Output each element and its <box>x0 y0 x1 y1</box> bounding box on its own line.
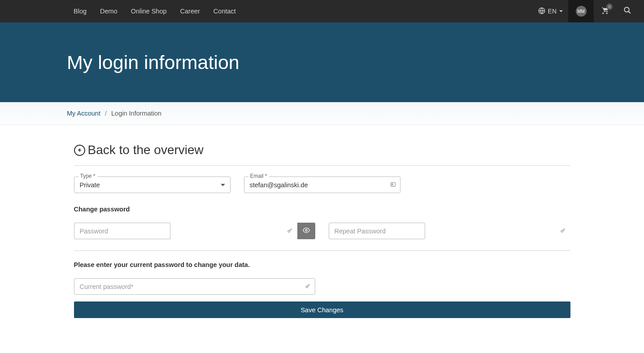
breadcrumb-parent[interactable]: My Account <box>67 110 100 117</box>
svg-point-1 <box>624 7 629 12</box>
type-field: Type * Private <box>74 176 231 193</box>
cart-badge: 0 <box>606 4 613 10</box>
top-header: Blog Demo Online Shop Career Contact EN … <box>0 0 644 22</box>
main-nav: Blog Demo Online Shop Career Contact <box>67 0 243 22</box>
page-title: My login information <box>67 52 239 73</box>
cart-button[interactable]: 0 <box>594 0 616 22</box>
breadcrumb: My Account / Login Information <box>67 110 577 117</box>
type-email-row: Type * Private Email * <box>74 176 570 193</box>
avatar: MM <box>576 6 587 17</box>
eye-icon <box>303 227 310 235</box>
main-content: Back to the overview Type * Private Emai… <box>67 125 577 331</box>
back-link[interactable]: Back to the overview <box>74 143 570 166</box>
email-field-wrap: Email * <box>244 176 400 193</box>
current-password-instruction: Please enter your current password to ch… <box>74 261 570 268</box>
svg-point-6 <box>305 229 307 231</box>
svg-line-2 <box>628 11 631 13</box>
language-label: EN <box>548 8 557 15</box>
repeat-password-field[interactable] <box>329 223 425 239</box>
save-button[interactable]: Save Changes <box>74 301 570 318</box>
arrow-left-circle-icon <box>74 145 85 156</box>
breadcrumb-separator: / <box>105 110 107 117</box>
user-menu[interactable]: MM <box>568 0 594 22</box>
nav-link-demo[interactable]: Demo <box>93 0 124 22</box>
back-link-label: Back to the overview <box>88 143 204 157</box>
language-selector[interactable]: EN <box>533 7 568 16</box>
search-icon <box>623 6 631 16</box>
globe-icon <box>538 7 545 16</box>
change-password-heading: Change password <box>74 206 570 213</box>
repeat-password-group <box>329 223 570 239</box>
nav-link-blog[interactable]: Blog <box>67 0 93 22</box>
svg-point-5 <box>288 230 290 232</box>
hero-banner: My login information <box>0 22 644 102</box>
header-right: EN MM 0 <box>533 0 644 22</box>
password-group <box>74 223 315 239</box>
toggle-password-visibility[interactable] <box>297 223 315 239</box>
type-select[interactable]: Private <box>74 176 231 193</box>
search-button[interactable] <box>616 0 639 22</box>
nav-link-shop[interactable]: Online Shop <box>124 0 174 22</box>
key-icon <box>560 228 566 235</box>
current-password-field[interactable] <box>74 278 315 295</box>
email-label: Email * <box>248 173 269 179</box>
svg-point-7 <box>561 230 563 232</box>
breadcrumb-current: Login Information <box>111 110 161 117</box>
nav-link-contact[interactable]: Contact <box>207 0 243 22</box>
breadcrumb-bar: My Account / Login Information <box>0 102 644 125</box>
nav-link-career[interactable]: Career <box>174 0 207 22</box>
type-label: Type * <box>78 173 97 179</box>
key-icon <box>287 228 293 235</box>
caret-down-icon <box>559 10 563 12</box>
current-password-row <box>74 278 570 295</box>
password-row <box>74 223 570 251</box>
password-field[interactable] <box>74 223 170 239</box>
